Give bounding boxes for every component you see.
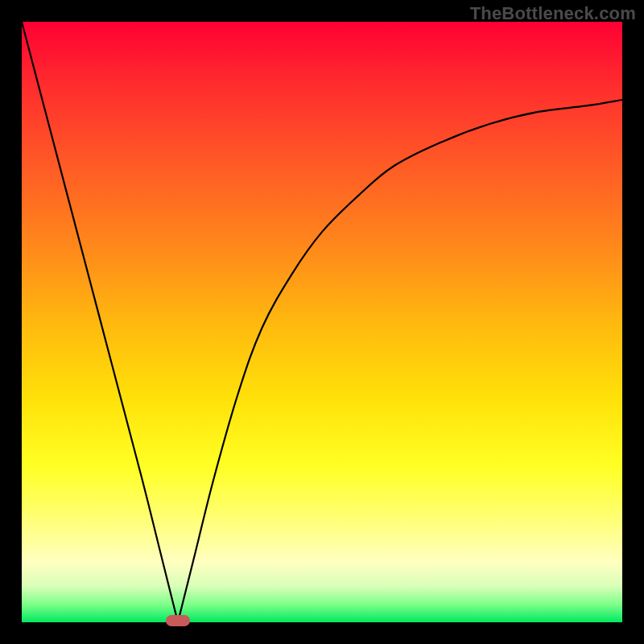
vertex-marker	[166, 615, 190, 626]
curve-path	[22, 22, 622, 622]
chart-frame	[22, 22, 622, 622]
chart-curve-layer	[22, 22, 622, 622]
